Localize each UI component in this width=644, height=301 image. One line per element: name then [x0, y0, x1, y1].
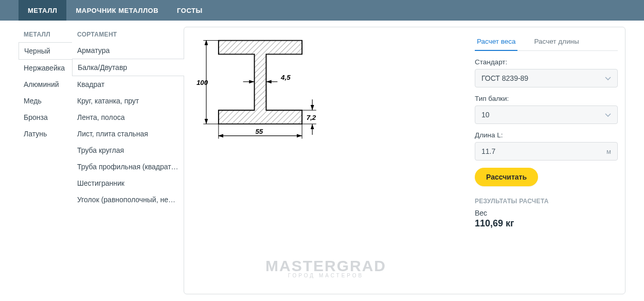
standard-label: Стандарт:: [475, 58, 618, 66]
sort-item-truba-krug[interactable]: Труба круглая: [72, 142, 184, 158]
sort-item-armatura[interactable]: Арматура: [72, 42, 184, 59]
metal-item-nerzhaveika[interactable]: Нержавейка: [19, 60, 72, 76]
standard-value: ГОСТ 8239-89: [481, 74, 528, 82]
sort-item-list[interactable]: Лист, плита стальная: [72, 126, 184, 142]
main-area: МЕТАЛЛ Черный Нержавейка Алюминий Медь Б…: [0, 21, 644, 301]
calculate-button[interactable]: Рассчитать: [475, 168, 538, 186]
sort-item-balka[interactable]: Балка/Двутавр: [72, 59, 184, 76]
top-tab-metal[interactable]: МЕТАЛЛ: [19, 0, 66, 21]
watermark: MASTERGRAD ГОРОД МАСТЕРОВ: [265, 257, 386, 278]
sortament-column: СОРТАМЕНТ Арматура Балка/Двутавр Квадрат…: [72, 27, 184, 294]
beam-diagram: 100 55 4,5 7,2: [193, 37, 327, 145]
type-value: 10: [481, 111, 490, 119]
result-label: Вес: [475, 209, 618, 217]
metal-item-aluminiy[interactable]: Алюминий: [19, 76, 72, 93]
metal-item-med[interactable]: Медь: [19, 93, 72, 109]
length-label: Длина L:: [475, 131, 618, 139]
sort-item-kvadrat[interactable]: Квадрат: [72, 76, 184, 93]
result-value: 110,69 кг: [475, 218, 618, 229]
metal-item-latun[interactable]: Латунь: [19, 126, 72, 142]
dim-web: 4,5: [280, 74, 291, 81]
sortament-header: СОРТАМЕНТ: [72, 27, 184, 42]
dim-flange: 7,2: [307, 114, 316, 121]
top-nav: МЕТАЛЛ МАРОЧНИК МЕТАЛЛОВ ГОСТЫ: [0, 0, 644, 21]
sort-item-shestigrannik[interactable]: Шестигранник: [72, 175, 184, 191]
sort-item-truba-prof[interactable]: Труба профильная (квадратная /…: [72, 158, 184, 175]
diagram-area: 100 55 4,5 7,2: [184, 27, 468, 294]
length-unit: м: [606, 148, 611, 155]
tab-length[interactable]: Расчет длины: [532, 33, 581, 50]
sort-item-lenta[interactable]: Лента, полоса: [72, 109, 184, 126]
tab-weight[interactable]: Расчет веса: [475, 33, 517, 50]
content-wrap: 100 55 4,5 7,2: [184, 27, 625, 294]
chevron-down-icon: [605, 111, 611, 119]
length-input-wrap[interactable]: м: [475, 142, 618, 161]
dim-width: 55: [255, 128, 263, 135]
form-tabs: Расчет веса Расчет длины: [475, 33, 618, 51]
dim-height: 100: [196, 79, 208, 86]
length-input[interactable]: [481, 147, 606, 155]
watermark-subtitle: ГОРОД МАСТЕРОВ: [265, 273, 386, 278]
metal-header: МЕТАЛЛ: [19, 27, 72, 42]
form-panel: Расчет веса Расчет длины Стандарт: ГОСТ …: [468, 27, 625, 294]
metal-item-bronza[interactable]: Бронза: [19, 109, 72, 126]
standard-select[interactable]: ГОСТ 8239-89: [475, 69, 618, 87]
results-header: РЕЗУЛЬТАТЫ РАСЧЕТА: [475, 198, 618, 205]
metal-column: МЕТАЛЛ Черный Нержавейка Алюминий Медь Б…: [19, 27, 72, 294]
content-card: 100 55 4,5 7,2: [184, 27, 625, 294]
metal-item-cherny[interactable]: Черный: [19, 42, 72, 60]
top-tab-gosty[interactable]: ГОСТЫ: [168, 0, 212, 21]
type-select[interactable]: 10: [475, 105, 618, 124]
type-label: Тип балки:: [475, 95, 618, 102]
watermark-title: MASTERGRAD: [265, 257, 386, 275]
chevron-down-icon: [605, 74, 611, 82]
sort-item-ugolok[interactable]: Уголок (равнополочный, неравн…: [72, 191, 184, 208]
sort-item-krug[interactable]: Круг, катанка, прут: [72, 93, 184, 109]
top-tab-marochnik[interactable]: МАРОЧНИК МЕТАЛЛОВ: [66, 0, 168, 21]
